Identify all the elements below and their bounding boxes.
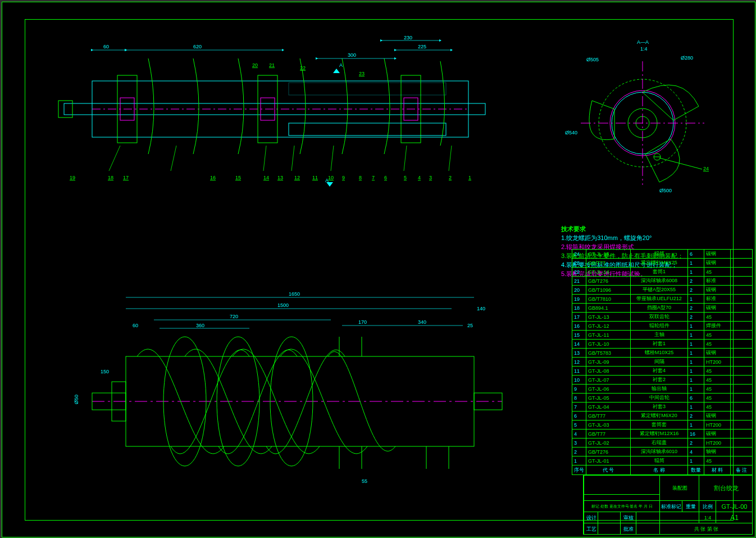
- tb-title: 割台绞龙: [699, 476, 753, 501]
- svg-text:4: 4: [418, 175, 421, 180]
- bom-row: 6GB/T77紧定螺钉M6X202碳钢: [572, 412, 753, 421]
- svg-text:16: 16: [210, 175, 216, 180]
- tb-design: 设计: [584, 512, 598, 523]
- svg-text:22: 22: [300, 65, 306, 71]
- tb-scale-lbl: 比例: [699, 501, 716, 512]
- svg-text:5: 5: [404, 175, 407, 180]
- view-label-A: A—A: [637, 39, 649, 45]
- bom-row: 21GB/T276深沟球轴承60082标准: [572, 277, 753, 286]
- bom-row: 15GT-JL-11主轴145: [572, 331, 753, 340]
- title-block: 装配图 割台绞龙 标记 处数 更改文件号 签名 年 月 日 标准标记 重量 比例…: [583, 474, 753, 535]
- bom-h-qty: 数量: [688, 465, 704, 475]
- bom-row: 22GT-JL-14套筒1145: [572, 268, 753, 277]
- view-ratio: 1:4: [640, 46, 648, 52]
- bom-row: 18GB894.1挡圈A型702碳钢: [572, 304, 753, 313]
- svg-line-12: [109, 146, 120, 171]
- svg-text:15: 15: [235, 175, 241, 180]
- dim-620: 620: [193, 44, 202, 49]
- bom-row: 2GB/T276深沟球轴承60104轴钢: [572, 447, 753, 456]
- svg-line-14: [263, 146, 266, 171]
- svg-text:17: 17: [123, 175, 129, 180]
- drawing-canvas: 60 620 300 230 225 1918 1716 1514 1312 1…: [2, 2, 755, 537]
- svg-text:21: 21: [269, 62, 275, 68]
- bom-row: 13GB/T5783螺栓M10X251碳钢: [572, 349, 753, 358]
- bom-h-code: 代 号: [586, 465, 631, 475]
- dim-phi500: Ø500: [659, 188, 672, 193]
- callout-labels: 1918 1716 1514 1312 1110 98 76 54 32 1 2…: [70, 62, 471, 180]
- dim-140: 140: [477, 306, 485, 311]
- svg-rect-11: [289, 83, 446, 95]
- dim-60: 60: [103, 44, 109, 49]
- tech-title: 技术要求: [561, 224, 684, 233]
- dim-225: 225: [418, 44, 426, 49]
- dim-60b: 60: [133, 323, 138, 328]
- bom-row: 11GT-JL-08衬套4145: [572, 367, 753, 376]
- tb-approve: 批准: [620, 523, 636, 535]
- svg-text:2: 2: [449, 175, 452, 180]
- tb-check: 审核: [620, 512, 636, 523]
- svg-line-59: [659, 158, 702, 169]
- dim-170: 170: [358, 319, 367, 325]
- svg-text:19: 19: [70, 175, 75, 180]
- tb-weight: 重量: [682, 501, 699, 512]
- bom-table: 24GT-JL-15辊筒6碳钢23GB/T77紧定螺钉M6X251碳钢22GT-…: [572, 249, 753, 475]
- tb-remark: 标记 处数 更改文件号 签名 年 月 日: [584, 501, 660, 512]
- svg-text:18: 18: [108, 175, 113, 180]
- bom-row: 12GT-JL-09间隔1HT200: [572, 358, 753, 367]
- svg-text:9: 9: [342, 175, 345, 180]
- bom-h-no: 序号: [572, 465, 586, 475]
- svg-text:11: 11: [312, 175, 318, 180]
- bom-row: 16GT-JL-12辊轮组件1焊接件: [572, 322, 753, 331]
- bom-row: 4GB/T77紧定螺钉M12X1616碳钢: [572, 430, 753, 438]
- svg-text:23: 23: [359, 71, 365, 76]
- dim-150: 150: [101, 369, 109, 374]
- svg-text:13: 13: [277, 175, 283, 180]
- bom-row: 9GT-JL-06输出轴145: [572, 385, 753, 394]
- bom-row: 23GB/T77紧定螺钉M6X251碳钢: [572, 259, 753, 268]
- dim-55: 55: [362, 478, 367, 484]
- svg-line-18: [449, 146, 452, 171]
- tech-line-1: 1.绞龙螺距为310mm，螺旋角20°: [561, 233, 684, 242]
- dim-phi540: Ø540: [565, 130, 577, 135]
- bom-row: 7GT-JL-04衬套3145: [572, 403, 753, 412]
- svg-text:20: 20: [252, 62, 258, 68]
- tb-proc: 工艺: [584, 523, 598, 535]
- svg-line-17: [404, 146, 407, 171]
- svg-rect-10: [289, 123, 446, 135]
- bom-row: 19GB/T7810带座轴承UELFU2121标准: [572, 295, 753, 304]
- tb-number: GT-JL-00: [716, 501, 753, 512]
- section-view-svg: 60 620 300 230 225 1918 1716 1514 1312 1…: [36, 36, 508, 193]
- dim-360: 360: [196, 323, 204, 328]
- svg-text:8: 8: [359, 175, 362, 180]
- svg-line-13: [171, 146, 176, 171]
- dim-230: 230: [404, 36, 412, 40]
- tb-stdmark: 标准标记: [659, 501, 682, 512]
- tb-drawing-type: 装配图: [659, 476, 699, 501]
- end-view-svg: A—A 1:4 24 Ø505 Ø280 Ø540 Ø500: [558, 36, 727, 205]
- svg-text:A: A: [339, 62, 343, 68]
- bom-row: 24GT-JL-15辊筒6碳钢: [572, 250, 753, 259]
- dim-300: 300: [348, 52, 356, 58]
- bom-h-mat: 材 料: [704, 465, 731, 475]
- svg-text:3: 3: [429, 175, 432, 180]
- svg-text:14: 14: [263, 175, 269, 180]
- dim-1500: 1500: [277, 302, 289, 308]
- bom-row: 17GT-JL-13双联齿轮245: [572, 313, 753, 322]
- svg-text:10: 10: [328, 175, 334, 180]
- bom-row: 14GT-JL-10衬套1145: [572, 340, 753, 349]
- dim-1650: 1650: [289, 291, 300, 297]
- svg-text:12: 12: [294, 175, 300, 180]
- svg-text:7: 7: [372, 175, 375, 180]
- dim-phi505: Ø505: [586, 57, 599, 62]
- dim-dia50: Ø50: [74, 395, 79, 404]
- dim-720: 720: [230, 314, 238, 319]
- bom-row: 1GT-JL-01辊筒145: [572, 456, 753, 465]
- dim-25: 25: [467, 323, 473, 328]
- dim-phi280: Ø280: [681, 55, 693, 61]
- bom-row: 10GT-JL-07衬套2145: [572, 376, 753, 385]
- bom-row: 20GB/T1096平键A型20X552碳钢: [572, 286, 753, 295]
- bom-h-name: 名 称: [631, 465, 688, 475]
- tb-sheet: A1: [716, 512, 753, 523]
- bom-h-note: 备 注: [731, 465, 753, 475]
- svg-line-16: [331, 146, 334, 171]
